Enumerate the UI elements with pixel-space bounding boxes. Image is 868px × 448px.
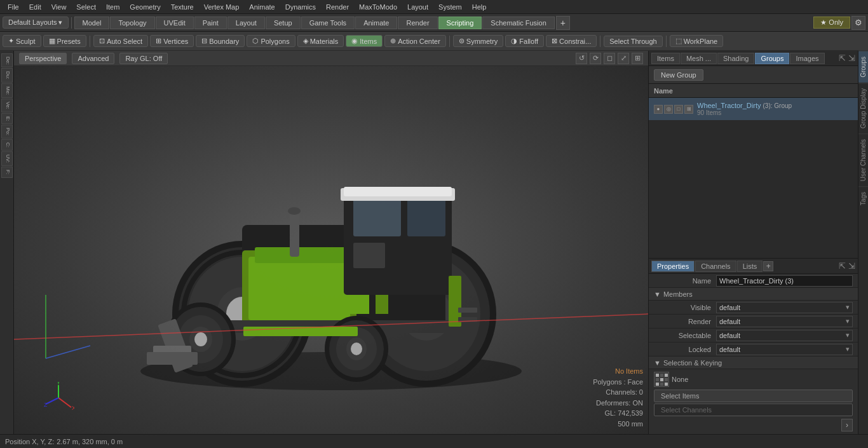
- rotate-icon[interactable]: ↺: [576, 53, 587, 64]
- panel-tab-groups[interactable]: Groups: [755, 53, 789, 64]
- prop-expand-button[interactable]: ⇱ ⇲: [839, 261, 855, 271]
- auto-select-button[interactable]: ⊡ Auto Select: [93, 35, 148, 47]
- camera-icon[interactable]: ◻: [604, 53, 615, 64]
- prop-tab-lists[interactable]: Lists: [737, 261, 763, 272]
- mode-render[interactable]: Render: [398, 17, 437, 29]
- add-workspace-button[interactable]: +: [556, 16, 570, 30]
- left-tab-ve[interactable]: Ve:: [1, 98, 13, 112]
- panel-tab-items[interactable]: Items: [651, 53, 680, 64]
- panel-expand-button[interactable]: ⇱ ⇲: [839, 53, 855, 63]
- menu-texture[interactable]: Texture: [166, 2, 199, 12]
- select-channels-button[interactable]: Select Channels: [654, 404, 853, 416]
- star-only-button[interactable]: ★ Only: [813, 17, 850, 29]
- menu-animate[interactable]: Animate: [244, 2, 280, 12]
- panel-tab-shading[interactable]: Shading: [717, 53, 754, 64]
- mode-topology[interactable]: Topology: [110, 17, 154, 29]
- members-section-header[interactable]: ▼ Members: [649, 288, 858, 301]
- menu-help[interactable]: Help: [467, 2, 492, 12]
- prop-tab-properties[interactable]: Properties: [651, 261, 695, 272]
- boundary-button[interactable]: ⊟ Boundary: [196, 35, 245, 47]
- arrow-forward-button[interactable]: ›: [841, 419, 853, 431]
- name-prop-input[interactable]: [716, 275, 853, 287]
- panel-tab-images[interactable]: Images: [790, 53, 824, 64]
- settings-button[interactable]: ⚙: [851, 16, 865, 30]
- locked-prop-dropdown[interactable]: default ▾: [716, 344, 853, 355]
- left-tab-uv[interactable]: UV:: [1, 151, 13, 166]
- vtab-user-channels[interactable]: User Channels: [858, 133, 868, 186]
- menu-vertexmap[interactable]: Vertex Map: [199, 2, 245, 12]
- keying-icon-btn[interactable]: [654, 372, 669, 387]
- render-prop-dropdown[interactable]: default ▾: [716, 316, 853, 327]
- select-through-button[interactable]: Select Through: [604, 36, 662, 47]
- expand-icon[interactable]: ⊞: [632, 53, 643, 64]
- visible-prop-dropdown[interactable]: default ▾: [716, 302, 853, 313]
- materials-button[interactable]: ◈ Materials: [297, 35, 344, 47]
- mode-animate[interactable]: Animate: [355, 17, 397, 29]
- advanced-tab[interactable]: Advanced: [72, 53, 114, 64]
- polygons-button[interactable]: ⬡ Polygons: [247, 35, 295, 47]
- left-tab-du[interactable]: Du:: [1, 68, 13, 82]
- panel-tab-mesh[interactable]: Mesh ...: [681, 53, 717, 64]
- vertices-icon: ⊞: [156, 37, 161, 45]
- vtab-group-display[interactable]: Group Display: [858, 83, 868, 133]
- mode-setup[interactable]: Setup: [266, 17, 301, 29]
- falloff-button[interactable]: ◑ Falloff: [505, 35, 544, 47]
- menu-view[interactable]: View: [46, 2, 72, 12]
- menu-maxtomodo[interactable]: MaxToModo: [354, 2, 402, 12]
- mode-gametools[interactable]: Game Tools: [301, 17, 355, 29]
- new-group-button[interactable]: New Group: [654, 69, 703, 81]
- menu-system[interactable]: System: [433, 2, 467, 12]
- mode-schematic[interactable]: Schematic Fusion: [482, 17, 554, 29]
- symmetry-button[interactable]: ⊜ Symmetry: [453, 35, 504, 47]
- group-type-icon[interactable]: ⊞: [684, 105, 693, 114]
- constraints-button[interactable]: ⊠ Constrai...: [546, 35, 597, 47]
- sculpt-button[interactable]: ✦ Sculpt: [3, 35, 41, 47]
- vertices-button[interactable]: ⊞ Vertices: [150, 35, 194, 47]
- refresh-icon[interactable]: ⟳: [590, 53, 601, 64]
- left-tab-de[interactable]: De:: [1, 53, 13, 67]
- group-item-wheel[interactable]: ● ◎ □ ⊞ Wheel_Tractor_Dirty (3): Group 9…: [649, 98, 858, 121]
- mode-paint[interactable]: Paint: [194, 17, 227, 29]
- menu-layout[interactable]: Layout: [402, 2, 433, 12]
- selectable-prop-dropdown[interactable]: default ▾: [716, 330, 853, 341]
- group-lock-icon[interactable]: □: [674, 105, 683, 114]
- mode-uvedit[interactable]: UVEdit: [156, 17, 194, 29]
- viewport-canvas[interactable]: X Y Z No Items Polygons : Face Channels:…: [14, 66, 648, 434]
- prop-add-button[interactable]: +: [763, 261, 773, 271]
- menu-file[interactable]: File: [3, 2, 24, 12]
- raygl-tab[interactable]: Ray GL: Off: [119, 53, 168, 64]
- vtab-groups[interactable]: Groups: [858, 51, 868, 83]
- group-visibility-icon[interactable]: ●: [654, 105, 663, 114]
- workplane-button[interactable]: ⬚ WorkPlane: [670, 35, 724, 47]
- menu-render[interactable]: Render: [321, 2, 354, 12]
- size-status: 500 mm: [593, 419, 643, 430]
- viewport[interactable]: Perspective Advanced Ray GL: Off ↺ ⟳ ◻ ⤢…: [14, 51, 648, 434]
- menu-select[interactable]: Select: [71, 2, 101, 12]
- menu-edit[interactable]: Edit: [24, 2, 46, 12]
- action-center-button[interactable]: ⊕ Action Center: [384, 35, 446, 47]
- menu-geometry[interactable]: Geometry: [125, 2, 165, 12]
- left-tab-c[interactable]: C:: [1, 139, 13, 151]
- select-items-button[interactable]: Select Items: [654, 390, 853, 402]
- mode-scripting[interactable]: Scripting: [438, 17, 482, 29]
- left-tab-po[interactable]: Po:: [1, 125, 13, 139]
- presets-button[interactable]: ▦ Presets: [43, 35, 86, 47]
- perspective-tab[interactable]: Perspective: [19, 53, 67, 64]
- mode-model[interactable]: Model: [74, 17, 110, 29]
- sel-keying-section-header[interactable]: ▼ Selection & Keying: [649, 356, 858, 369]
- left-tab-f[interactable]: F:: [1, 166, 13, 177]
- group-render-icon[interactable]: ◎: [664, 105, 673, 114]
- left-tab-me[interactable]: Me:: [1, 83, 13, 98]
- vtab-tags[interactable]: Tags: [858, 186, 868, 210]
- left-tab-e[interactable]: E:: [1, 113, 13, 125]
- svg-point-36: [351, 343, 362, 355]
- locked-dropdown-arrow: ▾: [846, 345, 850, 353]
- prop-tab-channels[interactable]: Channels: [695, 261, 736, 272]
- layout-dropdown[interactable]: Default Layouts ▾: [3, 17, 69, 29]
- dot-6: [665, 378, 668, 381]
- fit-icon[interactable]: ⤢: [618, 53, 629, 64]
- menu-dynamics[interactable]: Dynamics: [280, 2, 321, 12]
- menu-item[interactable]: Item: [101, 2, 125, 12]
- mode-layout[interactable]: Layout: [227, 17, 265, 29]
- items-button[interactable]: ◉ Items: [346, 35, 383, 47]
